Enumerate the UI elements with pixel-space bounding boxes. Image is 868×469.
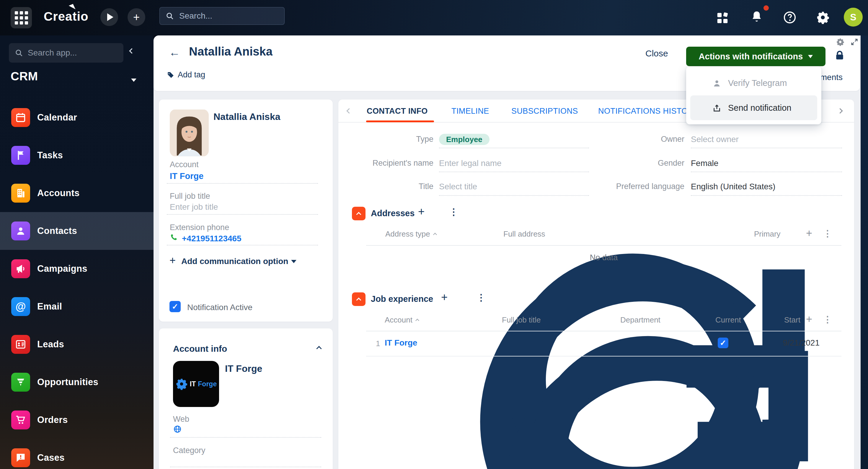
contact-photo[interactable] bbox=[170, 109, 209, 156]
collapse-sidebar-icon[interactable] bbox=[129, 48, 134, 54]
sidebar-item-label: Campaigns bbox=[37, 250, 87, 288]
sidebar-item-accounts[interactable]: Accounts bbox=[0, 174, 154, 212]
sidebar-item-calendar[interactable]: Calendar bbox=[0, 99, 154, 137]
global-search-input[interactable]: Search... bbox=[159, 7, 285, 25]
divider bbox=[691, 195, 842, 196]
notification-active-label: Notification Active bbox=[187, 303, 252, 312]
column-current[interactable]: Current bbox=[715, 316, 741, 325]
plus-icon: + bbox=[133, 11, 140, 23]
menu-item-label: Send notification bbox=[728, 103, 791, 113]
sidebar-item-contacts[interactable]: Contacts bbox=[0, 212, 154, 250]
divider bbox=[439, 172, 589, 172]
sidebar-item-tasks[interactable]: Tasks bbox=[0, 137, 154, 174]
menu-item-label: Verify Telegram bbox=[728, 78, 787, 88]
job-experience-kebab-icon[interactable]: ⋮ bbox=[476, 292, 486, 303]
avatar-initial: S bbox=[850, 12, 856, 23]
add-communication-button[interactable]: Add communication option bbox=[181, 257, 288, 266]
caret-down-icon[interactable] bbox=[291, 260, 297, 263]
collapse-section-icon[interactable] bbox=[316, 346, 321, 351]
divider bbox=[170, 437, 321, 438]
actions-with-notifications-button[interactable]: Actions with notifications bbox=[686, 47, 826, 66]
divider bbox=[167, 183, 318, 184]
addresses-collapse-button[interactable] bbox=[352, 207, 366, 220]
send-notification-icon bbox=[712, 104, 721, 113]
creatio-app: Creatio + Search... S Search app... CRM bbox=[0, 0, 868, 469]
title-select[interactable]: Select title bbox=[439, 182, 477, 192]
settings-gear-icon[interactable] bbox=[816, 11, 830, 24]
addresses-kebab-icon[interactable]: ⋮ bbox=[449, 206, 458, 217]
addresses-column-kebab-icon[interactable]: ⋮ bbox=[823, 228, 832, 239]
user-avatar[interactable]: S bbox=[844, 8, 863, 27]
column-department[interactable]: Department bbox=[620, 316, 660, 325]
tabs-scroll-left-icon[interactable] bbox=[346, 108, 352, 113]
job-title-input[interactable]: Enter job title bbox=[170, 202, 218, 212]
column-account[interactable]: Account bbox=[385, 316, 418, 325]
globe-icon[interactable] bbox=[173, 425, 182, 434]
workplace-switcher-icon[interactable] bbox=[716, 11, 729, 25]
current-checkbox[interactable]: ✓ bbox=[718, 338, 728, 348]
notification-active-checkbox[interactable]: ✓ bbox=[169, 301, 181, 312]
addresses-empty-state: No data bbox=[366, 253, 841, 262]
sidebar-item-label: Cases bbox=[37, 439, 65, 469]
phone-number-link[interactable]: +421951123465 bbox=[182, 234, 242, 243]
person-icon bbox=[712, 79, 721, 88]
column-start[interactable]: Start bbox=[784, 316, 800, 325]
account-link[interactable]: IT Forge bbox=[170, 171, 204, 181]
job-column-kebab-icon[interactable]: ⋮ bbox=[823, 314, 832, 325]
workspace-title[interactable]: CRM bbox=[11, 70, 38, 83]
app-launcher-button[interactable] bbox=[11, 7, 32, 28]
menu-item-send-notification[interactable]: Send notification bbox=[712, 103, 791, 113]
job-account-link[interactable]: IT Forge bbox=[385, 338, 417, 348]
account-logo[interactable]: ITForge bbox=[173, 361, 219, 407]
search-icon bbox=[15, 49, 23, 57]
gender-value[interactable]: Female bbox=[691, 158, 718, 168]
sidebar-item-opportunities[interactable]: Opportunities bbox=[0, 363, 154, 401]
type-value-chip[interactable]: Employee bbox=[439, 134, 490, 145]
job-add-row-icon[interactable]: + bbox=[806, 313, 812, 325]
tabs-scroll-right-icon[interactable] bbox=[837, 108, 843, 113]
recipient-name-input[interactable]: Enter legal name bbox=[439, 158, 502, 168]
app-search-input[interactable]: Search app... bbox=[9, 43, 123, 63]
sidebar-item-orders[interactable]: Orders bbox=[0, 401, 154, 439]
divider bbox=[170, 467, 321, 467]
tab-timeline[interactable]: TIMELINE bbox=[452, 107, 489, 116]
back-button[interactable]: ← bbox=[169, 46, 180, 59]
addresses-title: Addresses bbox=[371, 208, 414, 218]
sidebar-item-campaigns[interactable]: Campaigns bbox=[0, 250, 154, 288]
page-settings-gear-icon[interactable] bbox=[836, 38, 844, 46]
column-primary[interactable]: Primary bbox=[754, 230, 781, 239]
divider bbox=[691, 172, 842, 172]
lock-icon[interactable] bbox=[834, 50, 845, 61]
app-search-placeholder: Search app... bbox=[28, 48, 77, 58]
addresses-add-row-icon[interactable]: + bbox=[806, 227, 812, 239]
menu-item-verify-telegram[interactable]: Verify Telegram bbox=[712, 78, 787, 88]
top-bar: Creatio + Search... S bbox=[0, 0, 868, 35]
job-experience-add-icon[interactable]: + bbox=[441, 292, 447, 303]
column-full-address[interactable]: Full address bbox=[503, 230, 545, 239]
column-full-job-title[interactable]: Full job title bbox=[502, 316, 541, 325]
tab-notifications-history[interactable]: NOTIFICATIONS HISTORY bbox=[598, 107, 699, 116]
sidebar-item-label: Opportunities bbox=[37, 363, 98, 401]
add-tag-button[interactable]: Add tag bbox=[166, 70, 205, 80]
help-icon[interactable] bbox=[783, 11, 797, 24]
expand-icon[interactable] bbox=[850, 38, 859, 46]
tab-subscriptions[interactable]: SUBSCRIPTIONS bbox=[512, 107, 578, 116]
workspace-caret-icon[interactable] bbox=[131, 79, 136, 82]
sidebar-item-cases[interactable]: Cases bbox=[0, 439, 154, 469]
person-icon bbox=[11, 222, 30, 240]
run-process-button[interactable] bbox=[100, 8, 118, 26]
column-address-type[interactable]: Address type bbox=[385, 230, 436, 239]
preferred-language-value[interactable]: English (United States) bbox=[691, 182, 775, 192]
close-button[interactable]: Close bbox=[645, 49, 668, 58]
sidebar-item-email[interactable]: @ Email bbox=[0, 288, 154, 325]
tab-contact-info[interactable]: CONTACT INFO bbox=[367, 107, 428, 116]
plus-icon: + bbox=[169, 254, 176, 267]
owner-select[interactable]: Select owner bbox=[691, 135, 739, 144]
sidebar: Search app... CRM Calendar Tasks Account… bbox=[0, 35, 154, 469]
job-experience-collapse-button[interactable] bbox=[352, 292, 366, 306]
web-label: Web bbox=[173, 415, 189, 424]
quick-add-button[interactable]: + bbox=[128, 8, 145, 26]
notifications-bell-icon[interactable] bbox=[750, 10, 764, 24]
addresses-add-icon[interactable]: + bbox=[418, 206, 425, 217]
sidebar-item-leads[interactable]: Leads bbox=[0, 325, 154, 363]
